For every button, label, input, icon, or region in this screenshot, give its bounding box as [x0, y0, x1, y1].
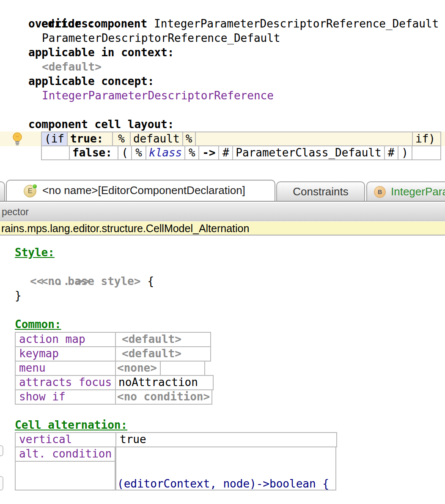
empty-cell	[15, 461, 116, 490]
action-map-value[interactable]: <default>	[115, 332, 211, 347]
show-if-value[interactable]: <no condition>	[115, 389, 212, 405]
percent-cell[interactable]: %	[182, 131, 196, 146]
alt-condition-label: alt. condition	[15, 446, 116, 462]
cell-layout-label: component cell layout:	[28, 117, 174, 131]
klass-reference-cell[interactable]: klass	[146, 145, 185, 160]
menu-value[interactable]: <none>	[115, 361, 161, 376]
if-close-cell[interactable]: if)	[412, 131, 441, 146]
common-properties-table: action map <default> keymap <default> me…	[15, 332, 213, 405]
paren-close-cell[interactable]: )	[398, 145, 412, 160]
tab-constraints[interactable]: Constraints	[276, 181, 365, 201]
inspected-node-path-bar[interactable]: rains.mps.lang.editor.structure.CellMode…	[0, 222, 445, 236]
editor-component-icon: E	[24, 185, 36, 197]
node-path-text: rains.mps.lang.editor.structure.CellMode…	[1, 222, 249, 234]
applicable-concept-value[interactable]: IntegerParameterDescriptorReference	[42, 88, 274, 103]
gutter-mark-icon	[0, 445, 3, 456]
intention-lightbulb-icon[interactable]	[11, 132, 23, 145]
editor-tab-bar: E <no name>[EditorComponentDeclaration] …	[0, 180, 445, 202]
tab-label: IntegerPara	[391, 185, 445, 198]
true-label-cell[interactable]: true:	[67, 131, 113, 146]
show-if-label: show if	[15, 389, 116, 405]
style-placeholder[interactable]: << ... >>	[30, 274, 90, 288]
cell-alternation-table: vertical true alt. condition (editorCont…	[15, 432, 336, 490]
inspector-title: pector	[2, 206, 29, 217]
true-component-cell[interactable]: default	[130, 131, 183, 146]
concept-icon: B	[374, 186, 386, 198]
applicable-concept-label: applicable concept:	[28, 74, 154, 88]
table-row: vertical true	[15, 432, 336, 447]
applicable-context-label: applicable in context:	[28, 45, 174, 60]
gutter-mark-icon	[0, 476, 3, 490]
table-row: attracts focus noAttraction	[15, 375, 213, 390]
tab-integer-parameter[interactable]: B IntegerPara	[366, 181, 445, 201]
overrides-value[interactable]: ParameterDescriptorReference_Default	[42, 31, 280, 45]
modified-dot-icon	[32, 184, 37, 189]
table-row: action map <default>	[15, 332, 213, 347]
if-row: (if true: % default % if)	[41, 131, 441, 146]
attracts-focus-value[interactable]: noAttraction	[115, 375, 214, 390]
tab-partial-left[interactable]	[0, 181, 5, 201]
vertical-value[interactable]: true	[115, 432, 337, 447]
tab-label: Constraints	[293, 185, 349, 198]
mps-editor-window: editor componentIntegerParameterDescript…	[0, 0, 445, 504]
arrow-cell[interactable]: ->	[198, 145, 219, 160]
component-ref-cell[interactable]: ParameterClass_Default	[232, 145, 385, 160]
style-section-title: Style:	[15, 245, 55, 260]
false-label-cell[interactable]: false:	[69, 145, 118, 160]
indent-cell[interactable]	[41, 145, 70, 160]
common-section-title: Common:	[15, 317, 61, 331]
tab-editor-component-declaration[interactable]: E <no name>[EditorComponentDeclaration]	[6, 180, 275, 201]
empty-cell[interactable]	[160, 361, 205, 376]
percent-cell[interactable]: %	[184, 145, 199, 160]
false-row: false: ( % klass % -> # ParameterClass_D…	[41, 145, 441, 160]
close-brace: }	[15, 288, 22, 303]
tab-label: <no name>[EditorComponentDeclaration]	[42, 184, 245, 197]
condition-signature[interactable]: (editorContext, node)->boolean {	[117, 477, 334, 490]
applicable-context-value[interactable]: <default>	[42, 60, 102, 74]
table-row: menu <none>	[15, 361, 213, 376]
percent-cell[interactable]: %	[112, 131, 131, 146]
editor-icon-letter: E	[28, 187, 33, 195]
empty-cell[interactable]	[195, 131, 413, 146]
hash-cell[interactable]: #	[218, 145, 233, 160]
concept-icon-letter: B	[378, 189, 382, 195]
vertical-label: vertical	[15, 432, 116, 447]
hash-cell[interactable]: #	[384, 145, 398, 160]
component-cell-layout-table: (if true: % default % if) false: ( % kla…	[41, 131, 441, 160]
if-open-cell[interactable]: (if	[41, 131, 68, 146]
open-brace: {	[147, 275, 154, 288]
table-row: alt. condition (editorContext, node)->bo…	[15, 446, 336, 490]
alt-condition-code[interactable]: (editorContext, node)->boolean { node.de…	[115, 446, 336, 490]
attracts-focus-label: attracts focus	[15, 375, 116, 390]
table-row: keymap <default>	[15, 346, 213, 362]
paren-open-cell[interactable]: (	[118, 145, 132, 160]
editor-component-name[interactable]: IntegerParameterDescriptorReference_Defa…	[154, 17, 439, 30]
menu-label: menu	[15, 361, 116, 376]
keymap-label: keymap	[15, 346, 116, 362]
inspector-panel-header[interactable]: pector	[0, 203, 445, 221]
percent-cell[interactable]: %	[131, 145, 146, 160]
cell-alternation-section-title: Cell alternation:	[15, 418, 127, 432]
overrides-label: overrides:	[28, 16, 95, 31]
empty-cell[interactable]	[412, 145, 441, 160]
action-map-label: action map	[15, 332, 116, 347]
table-row: show if <no condition>	[15, 389, 213, 405]
keymap-value[interactable]: <default>	[115, 346, 211, 362]
